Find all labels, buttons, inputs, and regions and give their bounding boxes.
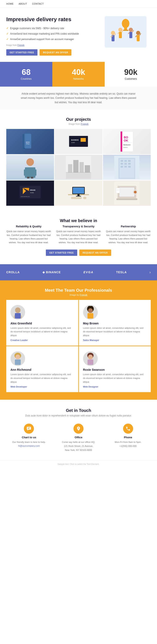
project-grid: BOOK TITLE BUSINESS CARD BO bbox=[6, 129, 151, 206]
hero-section: Impressive delivery rates Engage custome… bbox=[0, 8, 157, 62]
project-item-person[interactable] bbox=[6, 155, 54, 180]
svg-rect-41 bbox=[31, 177, 33, 178]
projects-section: Our projects Image from Freepik BOOK TIT… bbox=[0, 110, 157, 210]
svg-text:BRAND: BRAND bbox=[30, 189, 35, 191]
team-card-may: May Brown Lorem ipsum dolor sit amet, co… bbox=[79, 300, 151, 346]
believe-partnership: Partnership Quick can manor smart money … bbox=[106, 225, 151, 244]
phone-icon bbox=[123, 424, 133, 434]
svg-point-97 bbox=[15, 354, 20, 359]
believe-get-started-button[interactable]: GET STARTED FREE bbox=[46, 250, 77, 256]
projects-subtitle: Image from Freepik bbox=[6, 123, 151, 125]
team-grid: Alex Greenfield Lorem ipsum dolor sit am… bbox=[6, 300, 151, 392]
project-item-building[interactable] bbox=[103, 155, 151, 180]
ann-role: Web Developer bbox=[10, 386, 27, 388]
svg-point-7 bbox=[118, 28, 123, 32]
believe-col-1-title: Reliability & Quality bbox=[6, 225, 51, 228]
svg-rect-53 bbox=[124, 160, 127, 162]
project-item-business-cards[interactable]: BUSINESS CARD bbox=[55, 129, 102, 154]
believe-reliability: Reliability & Quality Quick can manor sm… bbox=[6, 225, 51, 244]
svg-rect-57 bbox=[128, 163, 131, 164]
svg-marker-103 bbox=[27, 430, 28, 431]
svg-point-93 bbox=[88, 308, 93, 313]
contact-title: Get in Touch bbox=[6, 408, 151, 413]
svg-rect-30 bbox=[121, 132, 122, 152]
team-section: Meet The Team Our Professionals Image by… bbox=[0, 280, 157, 400]
team-subtitle: Image by Freepik bbox=[6, 294, 151, 296]
svg-rect-79 bbox=[116, 198, 137, 200]
svg-rect-12 bbox=[129, 32, 132, 38]
projects-title: Our projects bbox=[6, 117, 151, 122]
svg-text:OK: OK bbox=[124, 139, 128, 142]
svg-rect-89 bbox=[15, 313, 21, 318]
may-role: Sales Manager bbox=[83, 339, 99, 342]
svg-rect-58 bbox=[121, 166, 123, 168]
project-item-desk-setup[interactable] bbox=[55, 180, 102, 206]
svg-rect-47 bbox=[66, 172, 91, 179]
team-source-link[interactable]: Freepik bbox=[80, 294, 88, 296]
may-avatar bbox=[83, 305, 98, 320]
freepik-link[interactable]: Freepik bbox=[17, 44, 24, 46]
believe-buttons: GET STARTED FREE REQUEST AN OFFER bbox=[6, 250, 151, 256]
office-address-1: 121 Rock Street, 21 Avenue, bbox=[56, 444, 101, 448]
projects-source-link[interactable]: Freepik bbox=[81, 123, 89, 125]
svg-point-11 bbox=[129, 28, 133, 32]
svg-rect-52 bbox=[121, 160, 123, 162]
nav-about[interactable]: About bbox=[19, 2, 27, 5]
hero-buttons: GET STARTED FREE REQUEST AN OFFER bbox=[6, 49, 101, 56]
svg-rect-70 bbox=[73, 188, 84, 194]
quote-text: Article evident arrived express highest … bbox=[20, 92, 137, 104]
svg-text:NAME: NAME bbox=[30, 192, 34, 193]
project-item-biz-card-dark[interactable]: BRAND NAME www.website.com bbox=[6, 180, 54, 206]
svg-line-9 bbox=[118, 32, 119, 34]
project-item-laptop[interactable] bbox=[103, 180, 151, 206]
contact-columns: Chart to us Our friendly team is here to… bbox=[6, 424, 151, 452]
image-from: Image from Freepik bbox=[6, 44, 101, 46]
svg-rect-82 bbox=[116, 188, 120, 193]
request-offer-button[interactable]: REQUEST AN OFFER bbox=[40, 49, 71, 56]
svg-rect-8 bbox=[119, 32, 122, 38]
project-item-books[interactable]: BOOK TITLE bbox=[6, 129, 54, 154]
project-item-city-sketch[interactable] bbox=[55, 155, 102, 180]
svg-text:Hardcover: Hardcover bbox=[123, 144, 131, 146]
svg-point-74 bbox=[83, 197, 86, 199]
hero-title: Impressive delivery rates bbox=[6, 16, 101, 23]
brands-next-icon[interactable]: › bbox=[150, 270, 151, 274]
get-started-button[interactable]: GET STARTED FREE bbox=[6, 49, 37, 56]
ann-bio: Lorem ipsum dolor sit amet, consectetur … bbox=[10, 373, 74, 384]
svg-rect-72 bbox=[76, 196, 81, 196]
phone-number: +1(555) 000-000 bbox=[105, 444, 151, 448]
feature-1: Engage customers via SMS - 90%+ delivery… bbox=[6, 26, 101, 30]
hero-features: Engage customers via SMS - 90%+ delivery… bbox=[6, 26, 101, 41]
hero-illustration bbox=[105, 16, 147, 48]
nav-contact[interactable]: Contact bbox=[32, 2, 44, 5]
contact-subtitle: Duis aute irure dolor in reprehenderit i… bbox=[6, 414, 151, 418]
svg-text:Edition: Edition bbox=[123, 147, 128, 148]
contact-section: Get in Touch Duis aute irure dolor in re… bbox=[0, 400, 157, 456]
brand-tesla: TESLA bbox=[116, 270, 127, 274]
chat-icon bbox=[24, 424, 34, 434]
stat-networks: 40k Networks bbox=[52, 62, 105, 86]
roxie-name: Roxie Swanson bbox=[83, 368, 105, 372]
svg-point-106 bbox=[78, 428, 79, 429]
team-card-roxie: Roxie Swanson Lorem ipsum dolor sit amet… bbox=[79, 346, 151, 392]
chat-email[interactable]: hi@ourcompany.com bbox=[18, 444, 40, 447]
customers-label: Customers bbox=[109, 78, 153, 80]
countries-number: 68 bbox=[4, 68, 48, 76]
svg-text:BO: BO bbox=[124, 136, 128, 139]
roxie-avatar bbox=[83, 351, 98, 366]
project-item-book-cover[interactable]: BO OK Hardcover Edition bbox=[103, 129, 151, 154]
roxie-bio: Lorem ipsum dolor sit amet, consectetur … bbox=[83, 373, 147, 384]
feature-2: ArrowSend text message marketing and PIN… bbox=[6, 32, 101, 36]
believe-col-2-title: Transparency & Security bbox=[56, 225, 101, 228]
svg-rect-51 bbox=[120, 159, 134, 178]
svg-rect-21 bbox=[25, 134, 31, 148]
svg-line-13 bbox=[128, 32, 129, 34]
svg-rect-54 bbox=[128, 160, 131, 162]
believe-request-offer-button[interactable]: REQUEST AN OFFER bbox=[79, 250, 111, 256]
svg-rect-59 bbox=[124, 166, 127, 168]
ann-avatar bbox=[10, 351, 25, 366]
nav-home[interactable]: Home bbox=[6, 2, 14, 5]
navigation: Home About Contact bbox=[0, 0, 157, 8]
svg-text:TITLE: TITLE bbox=[26, 143, 29, 144]
believe-transparency: Transparency & Security Quick can manor … bbox=[56, 225, 101, 244]
